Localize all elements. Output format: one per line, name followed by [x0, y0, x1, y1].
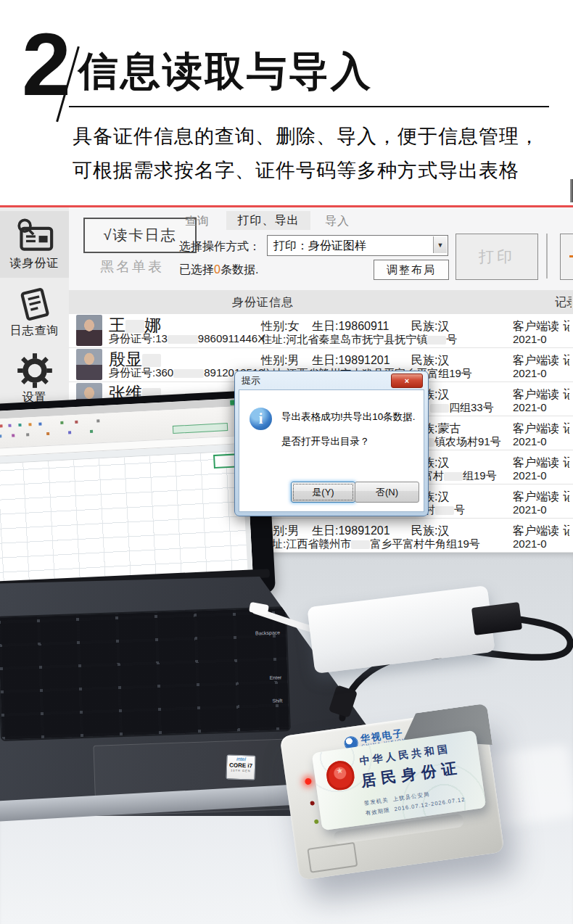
sidebar-item-label: 读身份证 [0, 256, 69, 271]
log-document-icon [0, 284, 69, 323]
page: 2 信息读取与导入 具备证件信息的查询、删除、导入，便于信息管理， 可根据需求按… [0, 0, 573, 924]
record-source-clipped: 记 [563, 524, 569, 537]
avatar [76, 315, 102, 346]
ethnicity: 民族:汉 [411, 319, 449, 334]
adjust-layout-button[interactable]: 调整布局 [374, 260, 449, 280]
record-date: 2021-0 [513, 435, 547, 447]
record-source-clipped: 记 [563, 353, 569, 366]
redacted-block [168, 335, 198, 344]
selected-count: 0 [214, 263, 220, 276]
key-enter: Enter [269, 675, 281, 680]
address-part: 号 [446, 333, 457, 345]
table-row[interactable]: 王娜 身份证号:139860911446X 性别:女 生日:19860911 民… [69, 314, 573, 348]
excel-spreadsheet-screen [0, 398, 253, 586]
id-part: 身份证号:13 [109, 332, 168, 345]
address: 富村组19号 [422, 469, 497, 483]
blacklist-button[interactable]: 黑名单表 [100, 257, 164, 276]
gender: 性别:女 [261, 319, 299, 334]
dialog-message: 导出表格成功!共导出10条数据. [281, 411, 416, 424]
selected-prefix: 已选择 [179, 263, 214, 276]
record-source: 客户端读 [513, 319, 559, 334]
dialog-body: i 导出表格成功!共导出10条数据. 是否打开导出目录？ 是(Y) 否(N) [239, 389, 424, 512]
record-date: 2021-0 [513, 537, 547, 550]
dialog-question: 是否打开导出目录？ [281, 435, 370, 448]
sidebar-item-label: 日志查询 [0, 323, 69, 339]
record-date: 2021-0 [513, 333, 547, 345]
export-icon [569, 255, 573, 257]
section-number: 2 [22, 20, 68, 109]
record-source-clipped: 记 [563, 490, 569, 503]
usb-plug-black [471, 602, 522, 635]
titlebar-accent-line [0, 205, 573, 207]
record-date: 2021-0 [513, 469, 547, 482]
tab-print-export[interactable]: 打印、导出 [226, 211, 310, 230]
record-source-clipped: 记 [563, 319, 569, 332]
address-part: 镇农场村91号 [434, 435, 501, 447]
birth-date: 生日:19891201 [312, 524, 390, 539]
redacted-block [430, 404, 449, 413]
avatar [76, 349, 102, 380]
id-part: 9860911446X [198, 332, 265, 345]
operation-mode-select[interactable]: 打印：身份证图样 ▼ [267, 235, 448, 256]
key-shift: Shift [272, 698, 282, 703]
address-part: 号 [454, 503, 465, 516]
yes-button[interactable]: 是(Y) [291, 482, 355, 503]
subtitle-line-1: 具备证件信息的查询、删除、导入，便于信息管理， [73, 123, 540, 149]
window-edge-fragment [570, 179, 573, 202]
gear-icon [0, 351, 69, 390]
id-card-search-icon [0, 217, 69, 256]
toolbar-divider [546, 234, 548, 279]
sidebar-item-log-query[interactable]: 日志查询 [0, 279, 69, 345]
reader-notch [307, 842, 358, 873]
record-date: 2021-0 [513, 401, 547, 413]
record-source: 客户端读 [513, 421, 559, 437]
chevron-down-icon[interactable]: ▼ [433, 236, 447, 253]
title-underline [69, 106, 549, 107]
record-source: 客户端读 [513, 387, 559, 403]
no-button[interactable]: 否(N) [355, 482, 419, 503]
id-part: 身份证号:360 [109, 366, 173, 379]
address-part: 组19号 [438, 367, 472, 379]
ethnicity: 民族:汉 [411, 524, 449, 539]
gender: 性别:男 [261, 353, 299, 368]
address: 住址:江西省赣州市富乡平富村牛角组19号 [261, 537, 480, 551]
record-source: 客户端读 [513, 524, 559, 539]
address-part: 富乡平富村牛角组19号 [370, 537, 480, 550]
redacted-block [444, 472, 463, 481]
address-part: 住址:河北省秦皇岛市抚宁县抚宁镇 [261, 333, 427, 345]
redacted-block [427, 336, 446, 345]
laptop-keyboard: Backspace Enter Shift [0, 606, 291, 741]
birth-date: 生日:19891201 [312, 353, 390, 368]
redacted-block [125, 320, 144, 333]
redacted-block [173, 369, 204, 378]
address-part: 住址:江西省赣州市 [261, 537, 351, 550]
page-title: 信息读取与导入 [78, 45, 373, 99]
selected-suffix: 条数据. [220, 263, 258, 276]
status-led-red [310, 801, 315, 806]
sidebar-item-read-id-card[interactable]: 读身份证 [0, 211, 69, 278]
export-button-partial[interactable] [560, 234, 573, 280]
table-header: 身份证信息 记录 [69, 290, 573, 314]
record-date: 2021-0 [513, 367, 547, 379]
print-button[interactable]: 打印 [455, 234, 538, 280]
excel-style-gallery [173, 423, 228, 434]
key-backspace: Backspace [255, 630, 280, 635]
cpu-generation: 10TH GEN [227, 768, 255, 772]
record-source: 客户端读 [513, 490, 559, 505]
ethnicity: 民族:汉 [411, 353, 449, 368]
column-id-info: 身份证信息 [232, 295, 294, 310]
power-led [305, 777, 312, 785]
subtitle-line-2: 可根据需求按名字、证件号码等多种方式导出表格 [73, 157, 519, 183]
record-source: 客户端读 [513, 353, 559, 368]
record-source-clipped: 记 [563, 421, 569, 434]
operation-mode-label: 选择操作方式： [179, 239, 260, 255]
record-date: 2021-0 [513, 503, 547, 516]
record-source: 客户端读 [513, 455, 559, 471]
close-icon[interactable]: × [391, 374, 423, 388]
tab-query[interactable]: 查询 [185, 214, 210, 229]
dialog-title: 提示 [242, 374, 260, 387]
info-icon: i [250, 408, 272, 430]
selected-count-status: 已选择0条数据. [179, 263, 258, 278]
tab-import[interactable]: 导入 [325, 214, 350, 229]
birth-date: 生日:19860911 [312, 319, 389, 334]
